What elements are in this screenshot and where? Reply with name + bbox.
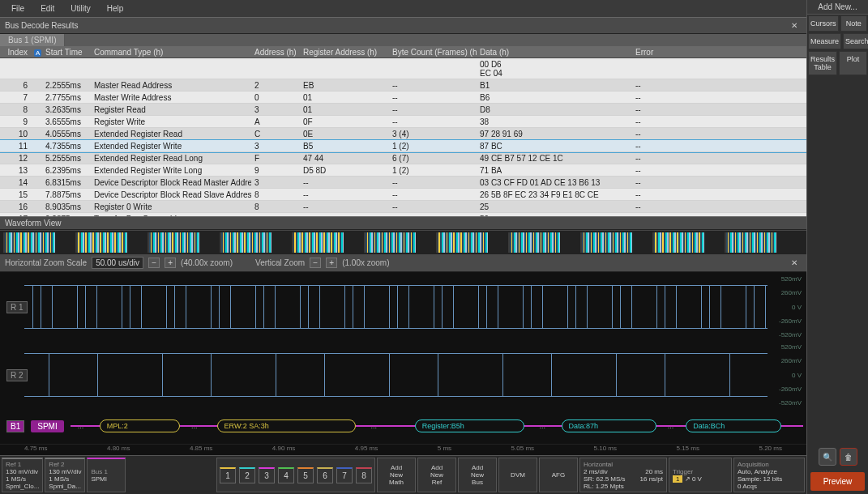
table-row[interactable]: 62.2555msMaster Read Address2EB--B1--: [0, 79, 806, 92]
bottom-bar: Ref 1 130 mV/div1 MS/sSpmi_Clo... Ref 2 …: [0, 455, 806, 494]
note-button[interactable]: Note: [840, 15, 867, 32]
channel-5-button[interactable]: 5: [297, 467, 314, 483]
ref2-wave: [24, 353, 768, 398]
menu-utility[interactable]: Utility: [62, 2, 98, 15]
table-row[interactable]: 168.9035msRegister 0 Write8----25--: [0, 201, 806, 213]
table-row[interactable]: 72.7755msMaster Write Address001--B6--: [0, 92, 806, 104]
table-row[interactable]: 93.6555msRegister WriteA0F--38--: [0, 116, 806, 128]
dvm-button[interactable]: DVM: [498, 458, 537, 492]
table-row[interactable]: 104.0555msExtended Register ReadC0E3 (4)…: [0, 128, 806, 140]
add-ref[interactable]: Add New Ref: [417, 458, 456, 492]
menu-help[interactable]: Help: [99, 2, 132, 15]
channel-6-button[interactable]: 6: [317, 467, 333, 483]
trash-icon[interactable]: 🗑: [840, 448, 857, 466]
col-error[interactable]: Error: [632, 46, 806, 57]
hz-inc[interactable]: +: [165, 258, 176, 268]
hz-value[interactable]: 50.00 us/div: [92, 257, 143, 269]
ref1-label[interactable]: R 1: [6, 301, 28, 313]
zoom-icon[interactable]: 🔍: [819, 448, 836, 466]
b1-label[interactable]: B1: [6, 420, 24, 432]
scope-area[interactable]: R 1 520mV260mV0 V-260mV-520mV R 2 520mV2…: [0, 272, 806, 444]
acquisition-card[interactable]: Acquisition Auto, AnalyzeSample: 12 bits…: [733, 458, 805, 492]
table-row[interactable]: 83.2635msRegister Read301--D8--: [0, 104, 806, 116]
time-axis: 4.75 ms4.80 ms4.85 ms4.90 ms4.95 ms5 ms5…: [0, 444, 806, 455]
bus-tag: SPMI: [31, 420, 63, 432]
table-row[interactable]: 157.8875msDevice Descriptor Block Read S…: [0, 189, 806, 201]
results-table-button[interactable]: Results Table: [808, 51, 837, 75]
hz-paren: (40.00x zoom): [181, 258, 233, 267]
zoom-close-icon[interactable]: ✕: [787, 258, 802, 268]
channel-4-button[interactable]: 4: [278, 467, 294, 483]
frame-data2[interactable]: Data:BCh: [686, 419, 781, 432]
hz-label: Horizontal Zoom Scale: [5, 258, 87, 267]
col-bytecount[interactable]: Byte Count (Frames) (h): [389, 46, 477, 57]
decode-table: Index A Start Time Command Type (h) Addr…: [0, 46, 806, 216]
hz-dec[interactable]: −: [148, 258, 160, 268]
zoom-bar: Horizontal Zoom Scale 50.00 us/div − + (…: [0, 254, 806, 272]
frame-data1[interactable]: Data:87h: [562, 419, 657, 432]
vz-dec[interactable]: −: [310, 258, 321, 268]
col-start[interactable]: Start Time: [42, 46, 91, 57]
col-data[interactable]: Data (h): [477, 46, 632, 57]
menubar: File Edit Utility Help: [0, 0, 806, 17]
afg-button[interactable]: AFG: [539, 458, 578, 492]
measure-button[interactable]: Measure: [808, 33, 841, 49]
col-a[interactable]: A: [31, 46, 42, 57]
ref1-scale: 520mV260mV0 V-260mV-520mV: [769, 275, 802, 339]
frame-reg[interactable]: Register:B5h: [415, 419, 525, 432]
cursors-button[interactable]: Cursors: [808, 15, 839, 32]
horizontal-card[interactable]: Horizontal 2 ms/div20 ms SR: 62.5 MS/s16…: [579, 458, 667, 492]
menu-edit[interactable]: Edit: [32, 2, 62, 15]
ref2-card[interactable]: Ref 2 130 mV/div1 MS/sSpmi_Da...: [45, 458, 85, 492]
menu-file[interactable]: File: [3, 2, 32, 15]
vz-inc[interactable]: +: [326, 258, 337, 268]
col-index[interactable]: Index: [0, 46, 31, 57]
preview-button[interactable]: Preview: [810, 472, 865, 491]
ref1-wave: [24, 285, 768, 330]
vz-label: Vertical Zoom: [255, 258, 305, 267]
channel-buttons: 12345678: [216, 458, 375, 492]
bus-decode-title: Bus Decode Results ✕: [0, 17, 806, 34]
vz-paren: (1.00x zoom): [342, 258, 389, 267]
add-math[interactable]: Add New Math: [377, 458, 416, 492]
col-register[interactable]: Register Address (h): [300, 46, 389, 57]
table-row[interactable]: 146.8315msDevice Descriptor Block Read M…: [0, 177, 806, 189]
side-panel: Add New... Cursors Note Measure Search R…: [806, 0, 868, 494]
ref1-card[interactable]: Ref 1 130 mV/div1 MS/sSpmi_Clo...: [2, 458, 43, 492]
table-row[interactable]: 125.2555msExtended Register Read LongF47…: [0, 152, 806, 164]
channel-2-button[interactable]: 2: [239, 467, 255, 483]
add-bus[interactable]: Add New Bus: [458, 458, 497, 492]
table-row[interactable]: 00 D6 EC 04: [0, 58, 806, 79]
side-title: Add New...: [807, 0, 868, 15]
bus1-card[interactable]: Bus 1 SPMI: [87, 458, 126, 492]
ref2-label[interactable]: R 2: [6, 369, 28, 381]
channel-7-button[interactable]: 7: [336, 467, 353, 483]
col-command[interactable]: Command Type (h): [91, 46, 251, 57]
table-row[interactable]: 114.7355msExtended Register Write3B51 (2…: [0, 140, 806, 152]
tab-bus1[interactable]: Bus 1 (SPMI): [0, 34, 65, 46]
channel-3-button[interactable]: 3: [259, 467, 275, 483]
channel-8-button[interactable]: 8: [356, 467, 372, 483]
waveform-title: Waveform View: [0, 216, 806, 230]
search-button[interactable]: Search: [843, 33, 868, 49]
trigger-card[interactable]: Trigger 1 ↗ 0 V: [669, 458, 732, 492]
frame-erw[interactable]: ERW:2 SA:3h: [217, 419, 357, 432]
col-address[interactable]: Address (h): [251, 46, 300, 57]
table-row[interactable]: 136.2395msExtended Register Write Long9D…: [0, 164, 806, 177]
frame-mpl[interactable]: MPL:2: [100, 419, 180, 432]
bus-tabs: Bus 1 (SPMI): [0, 34, 806, 46]
close-icon[interactable]: ✕: [787, 20, 802, 31]
channel-1-button[interactable]: 1: [220, 467, 236, 483]
ref2-scale: 520mV260mV0 V-260mV-520mV: [769, 343, 802, 407]
bus-line: ... MPL:2 ... ERW:2 SA:3h ... Register:B…: [71, 425, 803, 427]
plot-button[interactable]: Plot: [839, 51, 867, 75]
table-header: Index A Start Time Command Type (h) Addr…: [0, 46, 806, 58]
waveform-overview[interactable]: [0, 230, 806, 254]
